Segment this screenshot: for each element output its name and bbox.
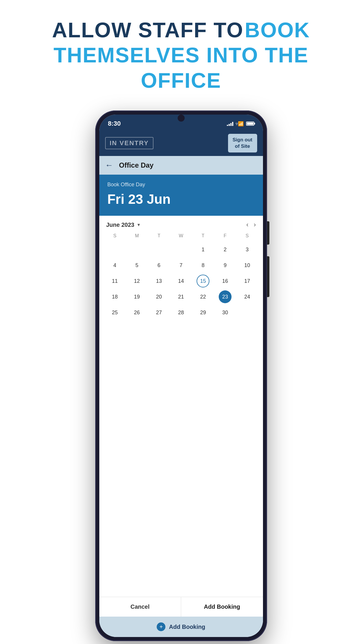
month-year-label: June 2023 ▼ — [106, 222, 141, 228]
cal-day-empty — [130, 243, 143, 256]
cal-day-25[interactable]: 25 — [108, 306, 121, 319]
headline-line1-blue: BOOK — [245, 18, 310, 42]
calendar-footer: Cancel Add Booking — [99, 597, 263, 617]
phone-camera — [178, 115, 185, 122]
cal-day-28[interactable]: 28 — [174, 306, 187, 319]
month-navigation: June 2023 ▼ ‹ › — [99, 216, 263, 231]
cal-day-18[interactable]: 18 — [108, 290, 121, 303]
cal-day-20[interactable]: 20 — [153, 290, 165, 303]
headline: ALLOW STAFF TO BOOK THEMSELVES INTO THE … — [0, 17, 362, 93]
app-logo: IN VENTRY — [105, 137, 154, 149]
sign-out-button[interactable]: Sign outof Site — [228, 134, 257, 152]
cal-day-19[interactable]: 19 — [130, 290, 143, 303]
cal-day-23-selected[interactable]: 23 — [219, 290, 232, 303]
calendar-week-5: 25 26 27 28 29 30 — [104, 305, 258, 320]
cancel-button[interactable]: Cancel — [99, 597, 181, 617]
cal-day-3[interactable]: 3 — [241, 243, 254, 256]
cal-day-29[interactable]: 29 — [197, 306, 209, 319]
phone-side-button-1 — [267, 221, 269, 245]
cal-day-27[interactable]: 27 — [153, 306, 165, 319]
cal-day-12[interactable]: 12 — [130, 275, 143, 287]
calendar-body: June 2023 ▼ ‹ › S M T W T F — [99, 216, 263, 617]
dow-fri: F — [214, 231, 236, 240]
back-button[interactable]: ← — [105, 161, 113, 170]
phone-shell: 8:30 ▿📶 IN VENTRY — [95, 110, 267, 641]
dow-thu: T — [192, 231, 214, 240]
cal-day-14[interactable]: 14 — [174, 275, 187, 287]
calendar-header: Book Office Day Fri 23 Jun — [99, 175, 263, 216]
cal-day-24[interactable]: 24 — [241, 290, 254, 303]
dow-tue: T — [148, 231, 170, 240]
prev-month-button[interactable]: ‹ — [246, 221, 248, 229]
wifi-icon: ▿📶 — [236, 121, 244, 127]
battery-icon — [246, 122, 254, 126]
cal-day-22[interactable]: 22 — [197, 290, 209, 303]
dow-sun: S — [104, 231, 126, 240]
bottom-bar: + Add Booking — [99, 617, 263, 637]
cal-day-15-today[interactable]: 15 — [197, 275, 209, 287]
cal-day-21[interactable]: 21 — [174, 290, 187, 303]
dow-sat: S — [236, 231, 258, 240]
headline-line2-blue: THEMSELVES INTO THE OFFICE — [54, 43, 308, 92]
month-dropdown-icon[interactable]: ▼ — [137, 222, 141, 227]
app-header: IN VENTRY Sign outof Site — [99, 130, 263, 156]
add-booking-circle-icon[interactable]: + — [157, 622, 165, 631]
bottom-add-booking-label[interactable]: Add Booking — [169, 624, 205, 630]
cal-day-6[interactable]: 6 — [153, 259, 165, 272]
cal-day-2[interactable]: 2 — [219, 243, 232, 256]
cal-day-4[interactable]: 4 — [108, 259, 121, 272]
cal-day-5[interactable]: 5 — [130, 259, 143, 272]
cal-day-17[interactable]: 17 — [241, 275, 254, 287]
cal-day-7[interactable]: 7 — [174, 259, 187, 272]
calendar-nav-buttons: ‹ › — [246, 221, 256, 229]
selected-date-display: Fri 23 Jun — [107, 191, 255, 207]
headline-line1-dark: ALLOW STAFF TO — [52, 18, 243, 42]
cal-day-empty — [241, 306, 254, 319]
cal-day-9[interactable]: 9 — [219, 259, 232, 272]
status-time: 8:30 — [108, 120, 121, 127]
book-office-day-label: Book Office Day — [107, 182, 255, 188]
cal-day-empty — [108, 243, 121, 256]
dow-mon: M — [126, 231, 148, 240]
cal-day-16[interactable]: 16 — [219, 275, 232, 287]
cal-day-30[interactable]: 30 — [219, 306, 232, 319]
add-booking-button[interactable]: Add Booking — [181, 597, 263, 617]
cal-day-13[interactable]: 13 — [153, 275, 165, 287]
phone-screen: 8:30 ▿📶 IN VENTRY — [99, 115, 263, 637]
calendar-week-2: 4 5 6 7 8 9 10 — [104, 258, 258, 273]
cal-day-empty — [174, 243, 187, 256]
page-title: Office Day — [119, 161, 154, 169]
day-of-week-row: S M T W T F S — [104, 231, 258, 240]
next-month-button[interactable]: › — [254, 221, 256, 229]
cal-day-10[interactable]: 10 — [241, 259, 254, 272]
cal-day-26[interactable]: 26 — [130, 306, 143, 319]
calendar-week-3: 11 12 13 14 15 16 17 — [104, 273, 258, 289]
calendar-grid: S M T W T F S 1 2 — [99, 231, 263, 597]
cal-day-empty — [153, 243, 165, 256]
phone-mockup: 8:30 ▿📶 IN VENTRY — [95, 110, 267, 641]
calendar-week-4: 18 19 20 21 22 23 24 — [104, 289, 258, 304]
phone-side-button-2 — [267, 256, 269, 297]
status-icons: ▿📶 — [227, 121, 254, 127]
cal-day-8[interactable]: 8 — [197, 259, 209, 272]
cal-day-1[interactable]: 1 — [197, 243, 209, 256]
calendar-week-1: 1 2 3 — [104, 242, 258, 257]
cal-day-11[interactable]: 11 — [108, 275, 121, 287]
signal-icon — [227, 121, 233, 126]
dow-wed: W — [170, 231, 192, 240]
nav-bar: ← Office Day — [99, 156, 263, 175]
